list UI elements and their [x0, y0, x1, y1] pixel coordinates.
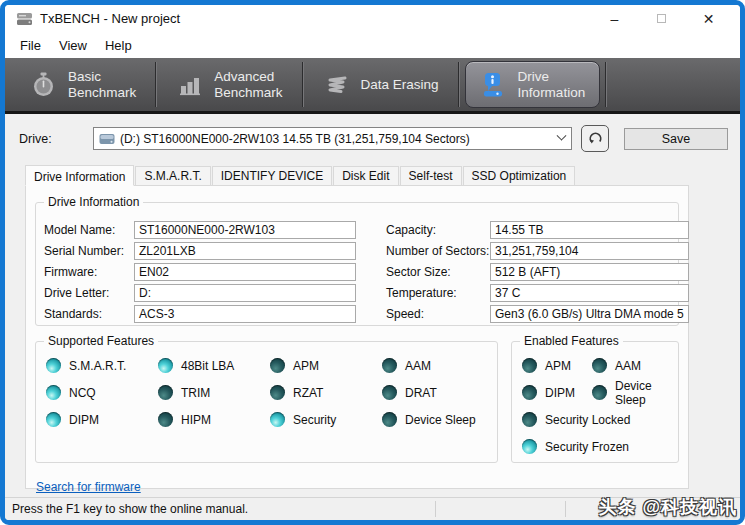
- drive-information-button[interactable]: DriveInformation: [465, 61, 601, 108]
- feature-label: DIPM: [69, 413, 99, 427]
- led-icon: [46, 385, 61, 400]
- enabled-security-frozen: Security Frozen: [522, 437, 674, 456]
- feature-drat: DRAT: [382, 383, 493, 402]
- menu-file[interactable]: File: [11, 34, 50, 57]
- number-of-sectors-field[interactable]: 31,251,759,104: [490, 242, 689, 260]
- feature-label: NCQ: [69, 386, 96, 400]
- serial-number-field[interactable]: ZL201LXB: [134, 242, 356, 260]
- led-icon: [46, 358, 61, 373]
- led-icon: [46, 412, 61, 427]
- toolbar-label-line2: Information: [518, 85, 586, 100]
- led-icon: [270, 385, 285, 400]
- feature-label: RZAT: [293, 386, 323, 400]
- enabled-security-locked: Security Locked: [522, 410, 674, 429]
- stopwatch-icon: [30, 71, 57, 98]
- feature-48bit-lba: 48Bit LBA: [158, 356, 270, 375]
- drive-information-panel: Drive Information Model Name:ST16000NE00…: [25, 185, 689, 489]
- supported-features-group: Supported Features S.M.A.R.T. 48Bit LBA …: [35, 341, 498, 463]
- enabled-dipm: DIPM: [522, 383, 592, 402]
- watermark: 头条 @科技视讯: [598, 495, 737, 519]
- tab-self-test[interactable]: Self-test: [400, 166, 462, 185]
- tab-drive-information[interactable]: Drive Information: [25, 165, 134, 186]
- search-for-firmware-link[interactable]: Search for firmware: [36, 480, 141, 494]
- model-name-label: Model Name:: [44, 223, 134, 237]
- sector-size-label: Sector Size:: [386, 265, 490, 279]
- led-icon: [522, 385, 537, 400]
- model-name-field[interactable]: ST16000NE000-2RW103: [134, 221, 356, 239]
- firmware-label: Firmware:: [44, 265, 134, 279]
- led-icon: [382, 358, 397, 373]
- refresh-icon: [587, 130, 604, 147]
- standards-field[interactable]: ACS-3: [134, 305, 356, 323]
- tab-smart[interactable]: S.M.A.R.T.: [135, 166, 210, 185]
- enabled-features-title: Enabled Features: [520, 334, 623, 348]
- serial-number-label: Serial Number:: [44, 244, 134, 258]
- menu-help[interactable]: Help: [96, 34, 141, 57]
- feature-label: Device Sleep: [615, 379, 674, 407]
- feature-label: APM: [293, 359, 319, 373]
- toolbar: BasicBenchmark AdvancedBenchmark Data Er…: [5, 58, 740, 114]
- drive-select-dropdown[interactable]: (D:) ST16000NE000-2RW103 14.55 TB (31,25…: [93, 127, 572, 150]
- feature-label: Security Frozen: [545, 440, 629, 454]
- temperature-label: Temperature:: [386, 286, 490, 300]
- tab-disk-edit[interactable]: Disk Edit: [333, 166, 398, 185]
- led-icon: [592, 385, 607, 400]
- speed-field[interactable]: Gen3 (6.0 GB/s) Ultra DMA mode 5: [490, 305, 689, 323]
- feature-aam: AAM: [382, 356, 493, 375]
- feature-hipm: HIPM: [158, 410, 270, 429]
- feature-label: DIPM: [545, 386, 575, 400]
- temperature-field[interactable]: 37 C: [490, 284, 689, 302]
- feature-label: AAM: [405, 359, 431, 373]
- toolbar-label-line1: Data Erasing: [361, 77, 439, 92]
- feature-label: S.M.A.R.T.: [69, 359, 126, 373]
- feature-label: TRIM: [181, 386, 210, 400]
- save-button[interactable]: Save: [624, 128, 728, 150]
- led-icon: [522, 439, 537, 454]
- feature-label: 48Bit LBA: [181, 359, 234, 373]
- led-icon: [592, 358, 607, 373]
- tab-identify-device[interactable]: IDENTIFY DEVICE: [212, 166, 332, 185]
- basic-benchmark-button[interactable]: BasicBenchmark: [13, 58, 153, 111]
- enabled-features-group: Enabled Features APM AAM DIPM Device Sle…: [511, 341, 679, 463]
- close-button[interactable]: ✕: [685, 5, 732, 32]
- enabled-apm: APM: [522, 356, 592, 375]
- hdd-icon: [99, 133, 115, 145]
- led-icon: [522, 358, 537, 373]
- content-area: Drive: (D:) ST16000NE000-2RW103 14.55 TB…: [5, 114, 740, 497]
- drive-letter-field[interactable]: D:: [134, 284, 356, 302]
- status-divider: [565, 501, 566, 517]
- led-icon: [270, 358, 285, 373]
- selected-drive-text: (D:) ST16000NE000-2RW103 14.55 TB (31,25…: [120, 132, 553, 146]
- minimize-button[interactable]: –: [591, 5, 638, 32]
- refresh-drives-button[interactable]: [581, 125, 609, 152]
- speed-label: Speed:: [386, 307, 490, 321]
- tab-ssd-optimization[interactable]: SSD Optimization: [463, 166, 576, 185]
- bar-chart-icon: [176, 71, 203, 98]
- led-icon: [270, 412, 285, 427]
- maximize-button[interactable]: [638, 5, 685, 32]
- capacity-field[interactable]: 14.55 TB: [490, 221, 689, 239]
- drive-info-icon: [480, 71, 507, 98]
- firmware-field[interactable]: EN02: [134, 263, 356, 281]
- sector-size-field[interactable]: 512 B (AFT): [490, 263, 689, 281]
- tab-strip: Drive Information S.M.A.R.T. IDENTIFY DE…: [25, 164, 689, 185]
- led-icon: [158, 385, 173, 400]
- window-title: TxBENCH - New project: [40, 11, 180, 26]
- feature-label: Device Sleep: [405, 413, 476, 427]
- standards-label: Standards:: [44, 307, 134, 321]
- status-divider: [435, 501, 436, 517]
- tab-zone: Drive Information S.M.A.R.T. IDENTIFY DE…: [25, 164, 689, 489]
- toolbar-label-line1: Advanced: [214, 69, 282, 84]
- feature-trim: TRIM: [158, 383, 270, 402]
- menu-view[interactable]: View: [50, 34, 96, 57]
- toolbar-label-line2: Benchmark: [214, 85, 282, 100]
- drive-info-group: Drive Information Model Name:ST16000NE00…: [35, 202, 679, 326]
- maximize-icon: [657, 14, 666, 23]
- feature-label: Security: [293, 413, 336, 427]
- supported-features-title: Supported Features: [44, 334, 158, 348]
- capacity-label: Capacity:: [386, 223, 490, 237]
- toolbar-label-line1: Drive: [518, 69, 586, 84]
- data-erasing-button[interactable]: Data Erasing: [306, 58, 456, 111]
- data-erasing-icon: [323, 71, 350, 98]
- advanced-benchmark-button[interactable]: AdvancedBenchmark: [159, 58, 299, 111]
